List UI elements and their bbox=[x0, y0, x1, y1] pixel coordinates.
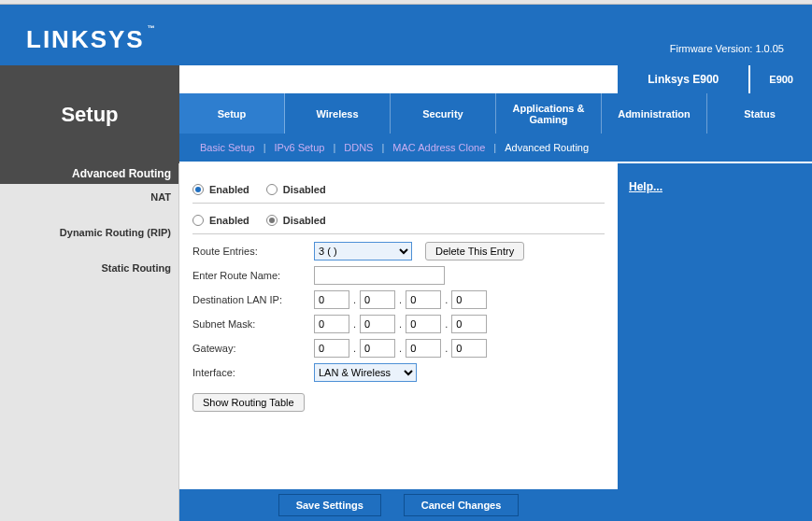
left-item-nat: NAT bbox=[0, 184, 178, 206]
tab-security[interactable]: Security bbox=[391, 93, 496, 134]
dst-ip-3[interactable] bbox=[406, 290, 441, 309]
subtab-sep: | bbox=[333, 142, 335, 153]
mask-4[interactable] bbox=[451, 315, 487, 333]
brand-logo: LINKSYS ™ bbox=[26, 25, 157, 54]
nav-right: Linksys E900 E900 Setup Wireless Securit… bbox=[179, 65, 812, 163]
routing-table-row: Show Routing Table bbox=[192, 393, 605, 412]
main-tabs: Setup Wireless Security Applications & G… bbox=[179, 93, 812, 134]
interface-row: Interface: LAN & Wireless bbox=[192, 363, 605, 382]
product-row: Linksys E900 E900 bbox=[179, 65, 812, 93]
tab-wireless[interactable]: Wireless bbox=[285, 93, 391, 134]
rip-enabled-radio[interactable]: Enabled bbox=[192, 215, 249, 226]
ip-dot: . bbox=[399, 318, 402, 330]
route-name-label: Enter Route Name: bbox=[192, 270, 314, 281]
nav-band: Setup Linksys E900 E900 Setup Wireless S… bbox=[0, 65, 812, 163]
route-entries-select[interactable]: 3 ( ) bbox=[314, 242, 412, 260]
product-name: Linksys E900 bbox=[618, 65, 748, 93]
header: LINKSYS ™ Firmware Version: 1.0.05 bbox=[0, 5, 812, 65]
dst-ip-2[interactable] bbox=[360, 290, 395, 309]
tab-administration[interactable]: Administration bbox=[602, 93, 707, 134]
ip-dot: . bbox=[353, 318, 356, 330]
interface-select[interactable]: LAN & Wireless bbox=[314, 363, 417, 382]
product-tag: E900 bbox=[750, 65, 812, 93]
ip-dot: . bbox=[445, 294, 448, 305]
subtab-ddns[interactable]: DDNS bbox=[344, 142, 373, 153]
gw-1[interactable] bbox=[314, 339, 349, 358]
destination-ip-label: Destination LAN IP: bbox=[192, 294, 314, 305]
help-link[interactable]: Help... bbox=[629, 180, 662, 193]
radio-dot-icon bbox=[192, 184, 204, 195]
route-entries-label: Route Entries: bbox=[192, 246, 314, 257]
ip-dot: . bbox=[353, 343, 356, 354]
gateway-row: Gateway: . . . bbox=[192, 339, 605, 358]
rip-radio-row: Enabled Disabled bbox=[192, 211, 605, 234]
subtab-basic-setup[interactable]: Basic Setup bbox=[200, 142, 255, 153]
destination-ip-row: Destination LAN IP: . . . bbox=[192, 290, 605, 309]
cancel-button[interactable]: Cancel Changes bbox=[404, 494, 520, 516]
mask-2[interactable] bbox=[360, 315, 395, 333]
ip-dot: . bbox=[399, 343, 402, 354]
left-column: Advanced Routing NAT Dynamic Routing (RI… bbox=[0, 163, 179, 521]
route-entries-row: Route Entries: 3 ( ) Delete This Entry bbox=[192, 242, 605, 260]
subtab-ipv6-setup[interactable]: IPv6 Setup bbox=[275, 142, 325, 153]
gateway-label: Gateway: bbox=[192, 343, 314, 354]
route-name-row: Enter Route Name: bbox=[192, 266, 605, 285]
route-name-input[interactable] bbox=[314, 266, 445, 285]
sub-tabs: Basic Setup| IPv6 Setup| DDNS| MAC Addre… bbox=[179, 134, 812, 162]
subtab-sep: | bbox=[381, 142, 384, 153]
subtab-mac-clone[interactable]: MAC Address Clone bbox=[392, 142, 485, 153]
ip-dot: . bbox=[353, 294, 356, 305]
tab-status[interactable]: Status bbox=[707, 93, 812, 134]
left-item-rip: Dynamic Routing (RIP) bbox=[0, 219, 178, 242]
dst-ip-4[interactable] bbox=[451, 290, 487, 309]
left-item-static-routing: Static Routing bbox=[0, 255, 178, 277]
tab-apps-gaming[interactable]: Applications & Gaming bbox=[496, 93, 602, 134]
nat-disabled-radio[interactable]: Disabled bbox=[266, 184, 326, 195]
firmware-version: Firmware Version: 1.0.05 bbox=[670, 43, 784, 54]
ip-dot: . bbox=[445, 318, 448, 330]
mask-1[interactable] bbox=[314, 315, 349, 333]
ip-dot: . bbox=[445, 343, 448, 354]
mask-3[interactable] bbox=[406, 315, 441, 333]
subnet-mask-row: Subnet Mask: . . . bbox=[192, 315, 605, 333]
nat-disabled-label: Disabled bbox=[283, 184, 326, 195]
nat-enabled-radio[interactable]: Enabled bbox=[192, 184, 249, 195]
section-title-box: Setup bbox=[0, 65, 179, 163]
rip-enabled-label: Enabled bbox=[209, 215, 249, 226]
nat-enabled-label: Enabled bbox=[209, 184, 249, 195]
button-bar: Save Settings Cancel Changes bbox=[179, 489, 618, 521]
gw-3[interactable] bbox=[406, 339, 441, 358]
left-section-title: Advanced Routing bbox=[0, 163, 178, 184]
gw-4[interactable] bbox=[451, 339, 487, 358]
nat-radio-row: Enabled Disabled bbox=[192, 180, 605, 204]
gw-2[interactable] bbox=[360, 339, 395, 358]
tab-setup[interactable]: Setup bbox=[179, 93, 285, 134]
ip-dot: . bbox=[399, 294, 402, 305]
rip-disabled-label: Disabled bbox=[283, 215, 326, 226]
content: Advanced Routing NAT Dynamic Routing (RI… bbox=[0, 163, 812, 521]
subnet-mask-label: Subnet Mask: bbox=[192, 318, 314, 330]
delete-entry-button[interactable]: Delete This Entry bbox=[425, 242, 524, 260]
trademark-icon: ™ bbox=[148, 25, 157, 33]
right-column: Help... bbox=[618, 163, 812, 521]
main-panel: Enabled Disabled Enabled Disabled Route … bbox=[179, 163, 618, 521]
radio-dot-icon bbox=[266, 184, 278, 195]
radio-dot-icon bbox=[192, 215, 204, 226]
dst-ip-1[interactable] bbox=[314, 290, 349, 309]
subtab-advanced-routing[interactable]: Advanced Routing bbox=[505, 142, 589, 153]
subtab-sep: | bbox=[493, 142, 496, 153]
show-routing-table-button[interactable]: Show Routing Table bbox=[192, 393, 305, 412]
radio-dot-icon bbox=[266, 215, 278, 226]
subtab-sep: | bbox=[264, 142, 266, 153]
save-button[interactable]: Save Settings bbox=[278, 494, 381, 516]
rip-disabled-radio[interactable]: Disabled bbox=[266, 215, 326, 226]
interface-label: Interface: bbox=[192, 367, 314, 378]
brand-text: LINKSYS bbox=[26, 25, 145, 54]
